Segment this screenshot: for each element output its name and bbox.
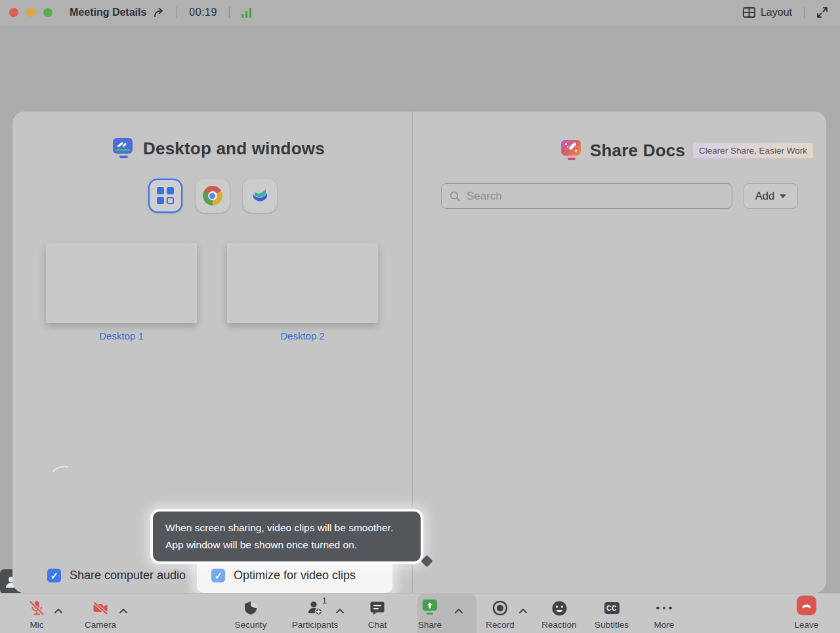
more-label: More bbox=[638, 620, 690, 630]
camera-button[interactable]: Camera bbox=[74, 594, 127, 633]
titlebar-divider bbox=[177, 7, 177, 18]
participants-count-badge: 1 bbox=[322, 596, 327, 605]
fullscreen-icon[interactable] bbox=[816, 7, 828, 18]
desktop-2-thumbnail[interactable] bbox=[227, 243, 378, 323]
meeting-timer: 00:19 bbox=[189, 7, 217, 18]
share-docs-icon bbox=[561, 140, 582, 161]
share-dialog: Desktop and windows Desktop 1 Desktop 2 … bbox=[12, 112, 826, 593]
reaction-label: Reaction bbox=[533, 620, 585, 630]
subtitles-label: Subtitles bbox=[585, 620, 638, 630]
source-docs-app-button[interactable] bbox=[243, 179, 277, 213]
share-screen-icon bbox=[422, 600, 438, 617]
reaction-button[interactable]: Reaction bbox=[533, 594, 585, 633]
open-meeting-details-icon[interactable] bbox=[153, 7, 165, 18]
optimize-video-checkbox[interactable]: ✓ bbox=[211, 569, 225, 582]
camera-label: Camera bbox=[74, 620, 127, 630]
docs-app-icon bbox=[250, 186, 270, 206]
participants-options-chevron[interactable] bbox=[335, 605, 345, 617]
chat-bubble-icon bbox=[369, 600, 385, 616]
more-button[interactable]: More bbox=[638, 594, 690, 633]
participants-label: Participants bbox=[285, 620, 345, 630]
all-windows-grid-icon bbox=[157, 187, 174, 204]
meeting-toolbar: Mic Camera Security bbox=[0, 593, 840, 633]
share-audio-option[interactable]: ✓ Share computer audio bbox=[47, 569, 186, 582]
desktop-2-label[interactable]: Desktop 2 bbox=[227, 330, 378, 341]
share-audio-label: Share computer audio bbox=[70, 569, 186, 582]
security-shield-icon bbox=[243, 600, 259, 616]
zoom-window-button[interactable] bbox=[43, 8, 52, 17]
reaction-smiley-icon bbox=[551, 600, 568, 617]
tooltip-arrow bbox=[421, 555, 432, 567]
docs-search-box[interactable] bbox=[441, 183, 732, 209]
optimize-video-label: Optimize for video clips bbox=[234, 569, 356, 582]
titlebar-divider bbox=[229, 7, 230, 18]
mic-options-chevron[interactable] bbox=[54, 605, 63, 617]
titlebar-divider bbox=[804, 7, 805, 18]
share-docs-title: Share Docs bbox=[590, 141, 685, 161]
share-source-filter-row bbox=[12, 179, 412, 213]
layout-grid-icon bbox=[743, 7, 755, 18]
more-dots-icon bbox=[656, 607, 672, 610]
desktop-1-label[interactable]: Desktop 1 bbox=[46, 330, 197, 341]
mic-muted-icon bbox=[28, 600, 45, 617]
share-button[interactable]: Share bbox=[417, 594, 476, 633]
share-label: Share bbox=[400, 620, 459, 630]
meeting-titlebar: Meeting Details 00:19 Layout bbox=[0, 0, 840, 25]
camera-options-chevron[interactable] bbox=[119, 605, 128, 617]
minimize-window-button[interactable] bbox=[26, 8, 35, 17]
security-label: Security bbox=[224, 620, 277, 630]
participants-icon bbox=[306, 600, 324, 617]
record-label: Record bbox=[474, 620, 526, 630]
add-doc-button[interactable]: Add bbox=[744, 183, 798, 209]
add-dropdown-icon bbox=[780, 194, 786, 198]
layout-button[interactable]: Layout bbox=[743, 7, 792, 18]
record-options-chevron[interactable] bbox=[518, 605, 528, 617]
close-window-button[interactable] bbox=[9, 8, 18, 17]
mic-button[interactable]: Mic bbox=[10, 594, 63, 633]
subtitles-button[interactable]: CC Subtitles bbox=[585, 594, 638, 633]
optimize-tooltip: When screen sharing, video clips will be… bbox=[153, 512, 421, 561]
window-controls bbox=[9, 8, 52, 17]
layout-label: Layout bbox=[761, 7, 792, 18]
search-icon bbox=[450, 190, 461, 202]
camera-off-icon bbox=[92, 600, 109, 617]
leave-label: Leave bbox=[780, 620, 833, 630]
desktop-windows-icon bbox=[113, 138, 134, 159]
tooltip-line-1: When screen sharing, video clips will be… bbox=[165, 519, 408, 536]
subtitles-cc-icon: CC bbox=[604, 602, 620, 614]
source-all-windows-button[interactable] bbox=[148, 179, 182, 213]
tooltip-line-2: App window will be shown once turned on. bbox=[165, 536, 408, 554]
chat-button[interactable]: Chat bbox=[351, 594, 404, 633]
loading-spinner bbox=[49, 463, 74, 483]
security-button[interactable]: Security bbox=[224, 594, 277, 633]
record-button[interactable]: Record bbox=[474, 594, 526, 633]
share-options-chevron[interactable] bbox=[454, 605, 463, 617]
leave-button[interactable]: Leave bbox=[780, 594, 833, 633]
desktop-1-thumbnail[interactable] bbox=[46, 243, 197, 323]
meeting-details-title[interactable]: Meeting Details bbox=[70, 7, 146, 18]
network-signal-icon bbox=[242, 8, 252, 18]
optimize-video-option[interactable]: ✓ Optimize for video clips bbox=[211, 569, 356, 582]
chat-label: Chat bbox=[351, 620, 404, 630]
chrome-icon bbox=[203, 186, 222, 206]
leave-call-icon bbox=[797, 596, 816, 615]
record-icon bbox=[492, 600, 509, 617]
share-docs-badge: Clearer Share, Easier Work bbox=[693, 143, 813, 158]
add-doc-label: Add bbox=[755, 190, 774, 202]
participants-button[interactable]: 1 Participants bbox=[285, 594, 345, 633]
docs-search-input[interactable] bbox=[467, 190, 724, 203]
desktop-windows-title: Desktop and windows bbox=[143, 139, 325, 159]
mic-label: Mic bbox=[10, 620, 63, 630]
share-audio-checkbox[interactable]: ✓ bbox=[47, 569, 61, 582]
source-chrome-button[interactable] bbox=[196, 179, 230, 213]
